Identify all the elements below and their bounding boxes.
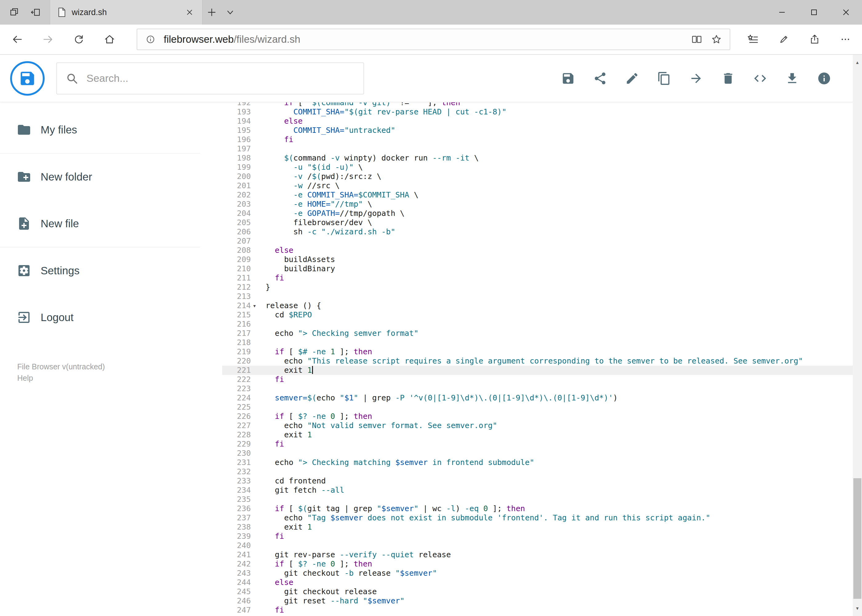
code-text[interactable]: git rev-parse --verify --quiet release — [266, 550, 862, 559]
scrollbar-thumb[interactable] — [853, 478, 861, 599]
code-line-206[interactable]: 206 sh -c "./wizard.sh -b" — [222, 227, 862, 236]
code-text[interactable]: exit 1 — [266, 523, 862, 532]
code-line-199[interactable]: 199 -u "$(id -u)" \ — [222, 163, 862, 172]
search-box[interactable] — [56, 63, 364, 94]
minimize-button[interactable] — [766, 0, 798, 25]
download-button[interactable] — [785, 71, 799, 85]
code-text[interactable]: COMMIT_SHA="untracked" — [266, 126, 862, 135]
refresh-button[interactable] — [70, 31, 87, 48]
code-line-218[interactable]: 218 — [222, 338, 862, 347]
code-line-227[interactable]: 227 echo "Not valid semver format. See s… — [222, 421, 862, 430]
code-text[interactable]: -w //src \ — [266, 181, 862, 190]
code-line-242[interactable]: 242 if [ $? -ne 0 ]; then — [222, 559, 862, 569]
code-line-241[interactable]: 241 git rev-parse --verify --quiet relea… — [222, 550, 862, 559]
code-line-217[interactable]: 217 echo "> Checking semver format" — [222, 329, 862, 338]
tab-preview-chevron-icon[interactable] — [221, 0, 240, 25]
code-text[interactable] — [266, 144, 862, 154]
code-line-240[interactable]: 240 — [222, 541, 862, 550]
code-text[interactable]: release () { — [266, 301, 862, 310]
code-text[interactable] — [266, 236, 862, 246]
code-text[interactable]: else — [266, 116, 862, 126]
code-line-235[interactable]: 235 — [222, 495, 862, 504]
sidebar-item-new-folder[interactable]: New folder — [0, 154, 200, 200]
code-text[interactable] — [266, 384, 862, 393]
code-line-197[interactable]: 197 — [222, 144, 862, 154]
code-line-222[interactable]: 222 fi — [222, 375, 862, 384]
code-text[interactable]: git reset --hard "$semver" — [266, 596, 862, 605]
code-line-215[interactable]: 215 cd $REPO — [222, 310, 862, 319]
maximize-button[interactable] — [798, 0, 830, 25]
code-line-201[interactable]: 201 -w //src \ — [222, 181, 862, 190]
code-line-223[interactable]: 223 — [222, 384, 862, 393]
code-line-203[interactable]: 203 -e HOME="//tmp" \ — [222, 200, 862, 209]
reading-view-icon[interactable] — [690, 33, 703, 46]
code-text[interactable]: -u "$(id -u)" \ — [266, 163, 862, 172]
code-text[interactable] — [266, 319, 862, 329]
browser-tab[interactable]: wizard.sh — [50, 0, 202, 25]
raw-code-button[interactable] — [753, 71, 767, 85]
code-line-239[interactable]: 239 fi — [222, 532, 862, 541]
more-options-icon[interactable] — [837, 31, 854, 48]
code-line-232[interactable]: 232 — [222, 467, 862, 476]
fold-toggle-icon[interactable]: ▾ — [251, 301, 266, 310]
code-text[interactable] — [266, 449, 862, 458]
code-line-202[interactable]: 202 -e COMMIT_SHA=$COMMIT_SHA \ — [222, 190, 862, 200]
code-text[interactable]: sh -c "./wizard.sh -b" — [266, 227, 862, 236]
code-editor[interactable]: 192 if [ "$(command -v git)" != "" ]; th… — [222, 102, 862, 616]
code-line-233[interactable]: 233 cd frontend — [222, 476, 862, 486]
home-button[interactable] — [101, 31, 118, 48]
code-text[interactable]: cd frontend — [266, 476, 862, 486]
code-line-192[interactable]: 192 if [ "$(command -v git)" != "" ]; th… — [222, 102, 862, 107]
code-text[interactable]: semver=$(echo "$1" | grep -P '^v(0|[1-9]… — [266, 393, 862, 402]
code-line-245[interactable]: 245 git checkout release — [222, 587, 862, 596]
code-line-243[interactable]: 243 git checkout -b release "$semver" — [222, 569, 862, 578]
code-text[interactable]: exit 1 — [266, 366, 862, 375]
code-line-198[interactable]: 198 $(command -v winpty) docker run --rm… — [222, 154, 862, 163]
code-text[interactable]: buildAssets — [266, 255, 862, 264]
code-text[interactable] — [266, 467, 862, 476]
code-line-231[interactable]: 231 echo "> Checking matching $semver in… — [222, 458, 862, 467]
code-text[interactable]: else — [266, 246, 862, 255]
code-text[interactable] — [266, 292, 862, 301]
code-text[interactable]: -e HOME="//tmp" \ — [266, 200, 862, 209]
sidebar-item-my-files[interactable]: My files — [0, 107, 200, 153]
code-text[interactable]: if [ $? -ne 0 ]; then — [266, 559, 862, 569]
code-line-230[interactable]: 230 — [222, 449, 862, 458]
code-text[interactable]: echo "This release script requires a sin… — [266, 357, 862, 366]
tab-close-icon[interactable] — [184, 7, 195, 17]
code-text[interactable]: if [ $? -ne 0 ]; then — [266, 412, 862, 421]
new-tab-button[interactable] — [202, 0, 221, 25]
code-line-238[interactable]: 238 exit 1 — [222, 523, 862, 532]
forward-button[interactable] — [39, 31, 57, 48]
code-line-195[interactable]: 195 COMMIT_SHA="untracked" — [222, 126, 862, 135]
code-line-214[interactable]: 214▾release () { — [222, 301, 862, 310]
code-text[interactable] — [266, 338, 862, 347]
code-line-213[interactable]: 213 — [222, 292, 862, 301]
app-logo[interactable] — [10, 61, 45, 96]
code-line-210[interactable]: 210 buildBinary — [222, 264, 862, 273]
web-note-ink-icon[interactable] — [775, 31, 793, 48]
code-text[interactable] — [266, 541, 862, 550]
code-line-236[interactable]: 236 if [ $(git tag | grep "$semver" | wc… — [222, 504, 862, 513]
search-input[interactable] — [87, 72, 355, 84]
code-text[interactable]: echo "Tag $semver does not exist in subm… — [266, 513, 862, 523]
code-line-196[interactable]: 196 fi — [222, 135, 862, 144]
share-icon[interactable] — [806, 31, 823, 48]
code-line-220[interactable]: 220 echo "This release script requires a… — [222, 357, 862, 366]
code-text[interactable]: -e GOPATH=//tmp/gopath \ — [266, 209, 862, 218]
edit-button[interactable] — [625, 71, 639, 85]
code-text[interactable]: else — [266, 578, 862, 587]
code-line-226[interactable]: 226 if [ $? -ne 0 ]; then — [222, 412, 862, 421]
save-button[interactable] — [561, 71, 575, 85]
sidebar-item-settings[interactable]: Settings — [0, 247, 200, 294]
sidebar-item-logout[interactable]: Logout — [0, 294, 200, 341]
code-text[interactable]: fi — [266, 605, 862, 615]
code-text[interactable]: fi — [266, 375, 862, 384]
code-text[interactable]: cd $REPO — [266, 310, 862, 319]
share-button[interactable] — [593, 71, 607, 85]
code-line-219[interactable]: 219 if [ $# -ne 1 ]; then — [222, 347, 862, 357]
copy-button[interactable] — [657, 71, 671, 85]
code-line-204[interactable]: 204 -e GOPATH=//tmp/gopath \ — [222, 209, 862, 218]
code-text[interactable]: exit 1 — [266, 430, 862, 440]
code-line-216[interactable]: 216 — [222, 319, 862, 329]
